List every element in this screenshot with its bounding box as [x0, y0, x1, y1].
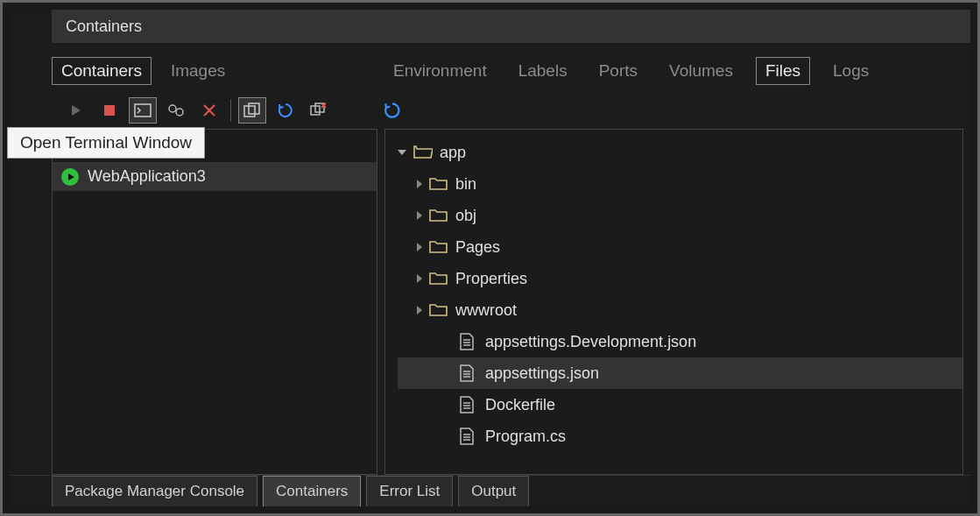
tree-root[interactable]: app — [398, 137, 962, 168]
files-tree-panel: app bin obj Pages — [384, 129, 963, 475]
file-icon — [459, 364, 478, 382]
tooltip-text: Open Terminal Window — [20, 133, 192, 152]
panel-title: Containers — [10, 10, 970, 43]
tab-files[interactable]: Files — [756, 57, 810, 85]
svg-rect-0 — [104, 105, 115, 116]
tree-file[interactable]: appsettings.Development.json — [398, 326, 962, 357]
tree-folder[interactable]: bin — [398, 168, 962, 200]
tree-label: Dockerfile — [485, 396, 555, 414]
show-all-button[interactable] — [238, 97, 266, 124]
tree-label: Properties — [455, 270, 527, 288]
left-tab-strip: Containers Images — [52, 50, 384, 92]
panel-title-text: Containers — [66, 18, 142, 36]
start-button[interactable] — [62, 97, 90, 124]
tree-folder[interactable]: wwwroot — [398, 294, 962, 326]
delete-button[interactable] — [195, 97, 223, 124]
tree-file[interactable]: appsettings.json — [398, 357, 962, 389]
folder-icon — [429, 238, 448, 256]
container-name: WebApplication3 — [88, 167, 206, 186]
folder-icon — [429, 207, 448, 224]
tree-folder[interactable]: obj — [398, 200, 962, 231]
tree-label: appsettings.Development.json — [485, 333, 696, 351]
svg-rect-4 — [244, 106, 255, 117]
folder-icon — [429, 270, 448, 287]
folder-open-icon — [413, 144, 433, 161]
svg-point-2 — [169, 105, 176, 112]
toolbar-separator — [230, 99, 231, 122]
tab-environment[interactable]: Environment — [384, 58, 496, 84]
tree-label: wwwroot — [455, 301, 517, 320]
file-icon — [459, 333, 478, 350]
settings-button[interactable] — [162, 97, 190, 124]
chevron-right-icon — [417, 180, 422, 188]
tab-containers[interactable]: Containers — [52, 57, 152, 85]
tree-label: app — [440, 144, 466, 162]
tree-label: Program.cs — [485, 428, 566, 446]
container-row[interactable]: WebApplication3 — [53, 162, 377, 191]
refresh-list-button[interactable] — [271, 97, 300, 124]
running-indicator-icon — [61, 168, 79, 186]
chevron-right-icon — [417, 211, 422, 220]
svg-rect-5 — [249, 103, 259, 114]
svg-point-3 — [176, 109, 183, 116]
btab-output[interactable]: Output — [458, 476, 529, 506]
tree-label: bin — [455, 175, 476, 194]
tree-file[interactable]: Program.cs — [398, 421, 962, 452]
tree-folder[interactable]: Pages — [398, 231, 962, 263]
btab-containers[interactable]: Containers — [263, 476, 361, 506]
chevron-down-icon — [398, 150, 406, 155]
tree-file[interactable]: Dockerfile — [398, 389, 962, 421]
bottom-tab-strip: Package Manager Console Containers Error… — [10, 475, 970, 506]
folder-icon — [429, 301, 448, 319]
tab-images[interactable]: Images — [162, 58, 234, 84]
tree-label: appsettings.json — [485, 364, 599, 383]
stop-button[interactable] — [95, 97, 123, 124]
btab-package-manager-console[interactable]: Package Manager Console — [52, 476, 257, 506]
prune-button[interactable] — [305, 97, 333, 124]
tab-logs[interactable]: Logs — [824, 58, 878, 84]
folder-icon — [429, 175, 448, 193]
chevron-right-icon — [417, 243, 422, 251]
tree-label: obj — [455, 207, 476, 225]
tree-folder[interactable]: Properties — [398, 263, 962, 294]
tab-labels[interactable]: Labels — [510, 58, 576, 84]
tab-ports[interactable]: Ports — [590, 58, 646, 84]
refresh-files-button[interactable] — [378, 97, 406, 124]
btab-error-list[interactable]: Error List — [366, 476, 453, 506]
chevron-right-icon — [417, 306, 422, 315]
left-toolbar — [10, 92, 970, 129]
tree-label: Pages — [455, 238, 500, 257]
chevron-right-icon — [417, 274, 422, 283]
right-tab-strip: Environment Labels Ports Volumes Files L… — [384, 50, 970, 92]
containers-list-panel: s WebApplication3 — [52, 129, 377, 475]
file-icon — [459, 396, 478, 414]
tooltip: Open Terminal Window — [7, 127, 205, 159]
tab-volumes[interactable]: Volumes — [660, 58, 742, 84]
file-icon — [459, 428, 478, 445]
terminal-button[interactable] — [129, 97, 157, 124]
svg-rect-1 — [135, 104, 151, 117]
